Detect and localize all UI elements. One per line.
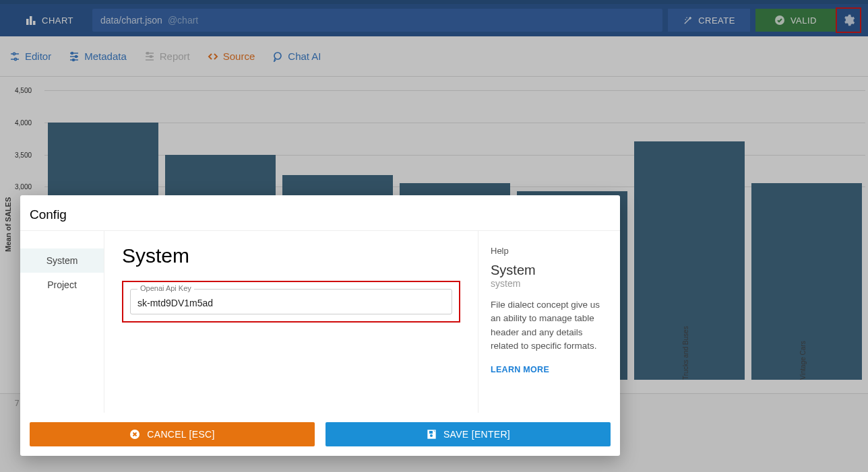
save-icon xyxy=(426,429,437,440)
api-key-input[interactable] xyxy=(131,290,452,314)
config-modal: Config System Project System Openai Api … xyxy=(20,195,620,456)
modal-form: System Openai Api Key xyxy=(104,231,478,413)
cancel-label: CANCEL [ESC] xyxy=(147,429,214,440)
api-key-label: Openai Api Key xyxy=(137,284,194,292)
save-button[interactable]: SAVE [ENTER] xyxy=(326,422,611,446)
side-tab-project[interactable]: Project xyxy=(20,273,104,297)
form-heading: System xyxy=(122,244,460,267)
side-tab-system[interactable]: System xyxy=(20,248,104,273)
help-body: File dialect concept give us an ability … xyxy=(491,298,608,353)
modal-title: Config xyxy=(20,195,620,231)
help-heading: System xyxy=(491,263,608,278)
help-sub: system xyxy=(491,278,608,289)
api-key-highlight-frame: Openai Api Key xyxy=(122,281,460,323)
close-circle-icon xyxy=(129,429,140,440)
cancel-button[interactable]: CANCEL [ESC] xyxy=(30,422,315,446)
modal-side-tabs: System Project xyxy=(20,231,104,413)
help-panel: Help System system File dialect concept … xyxy=(478,231,620,413)
help-label: Help xyxy=(491,246,608,256)
save-label: SAVE [ENTER] xyxy=(443,429,510,440)
api-key-field: Openai Api Key xyxy=(130,289,452,314)
learn-more-link[interactable]: LEARN MORE xyxy=(491,365,549,374)
